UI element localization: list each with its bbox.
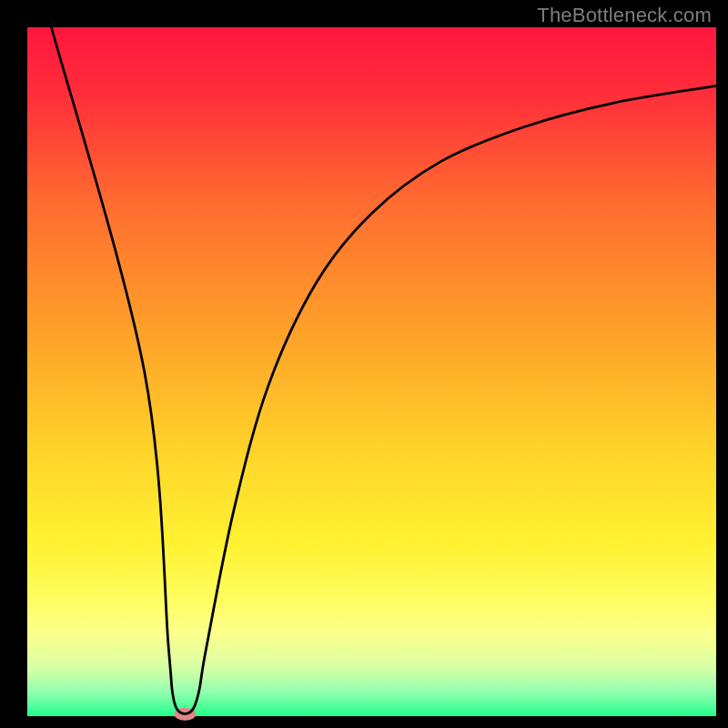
bottleneck-chart bbox=[0, 0, 728, 728]
watermark-text: TheBottleneck.com bbox=[537, 4, 712, 27]
chart-frame: TheBottleneck.com bbox=[0, 0, 728, 728]
gradient-background bbox=[27, 27, 716, 716]
